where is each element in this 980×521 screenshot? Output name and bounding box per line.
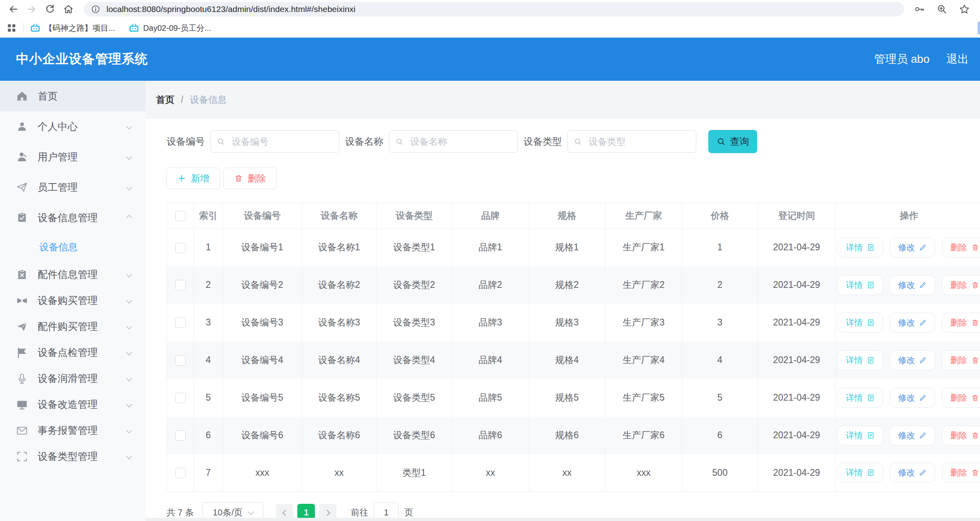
bookmark-label: Day02-09-员工分... — [143, 23, 211, 34]
sidebar-item-device-inspection-mgmt[interactable]: 设备点检管理 — [0, 339, 146, 365]
cell-maker: 生产厂家3 — [605, 304, 682, 341]
sidebar-item-device-info-mgmt[interactable]: 设备信息管理 — [0, 202, 146, 233]
sidebar-item-personal-center[interactable]: 个人中心 — [0, 111, 146, 142]
sidebar-item-home[interactable]: 首页 — [0, 81, 146, 111]
back-icon[interactable] — [6, 2, 21, 17]
row-checkbox[interactable] — [175, 468, 186, 478]
home-icon[interactable] — [61, 2, 76, 17]
delete-row-button[interactable]: 删除 — [942, 463, 980, 483]
cell-device-code: 设备编号4 — [223, 341, 302, 379]
filter-input[interactable] — [389, 130, 518, 153]
plus-icon — [177, 174, 186, 183]
cell-actions: 详情 修改 删除 — [836, 341, 980, 379]
delete-row-button[interactable]: 删除 — [942, 425, 980, 445]
table-row: 1 设备编号1 设备名称1 设备类型1 品牌1 规格1 生产厂家1 1 2021… — [167, 229, 980, 266]
chevron-down-icon — [126, 123, 132, 130]
detail-button[interactable]: 详情 — [838, 463, 883, 483]
sidebar-item-device-lubrication-mgmt[interactable]: 设备润滑管理 — [0, 365, 146, 391]
edit-button[interactable]: 修改 — [890, 275, 935, 295]
edit-button-label: 修改 — [898, 317, 915, 328]
edit-button[interactable]: 修改 — [890, 463, 935, 483]
cell-maker: xxx — [605, 454, 682, 492]
filter-input[interactable] — [210, 130, 339, 153]
row-checkbox[interactable] — [175, 430, 186, 441]
bookmark-item[interactable]: 【码神之路】项目... — [30, 23, 115, 34]
detail-button[interactable]: 详情 — [838, 238, 883, 258]
reload-icon[interactable] — [42, 2, 58, 17]
chevron-down-icon — [248, 509, 255, 515]
detail-button[interactable]: 详情 — [838, 313, 883, 333]
select-all-checkbox[interactable] — [175, 211, 186, 221]
sidebar-item-user-mgmt[interactable]: 用户管理 — [0, 142, 146, 172]
cell-device-type: 设备类型5 — [377, 379, 452, 417]
edit-button[interactable]: 修改 — [890, 238, 935, 258]
sidebar-item-alarm-mgmt[interactable]: 事务报警管理 — [0, 417, 146, 443]
users-icon — [16, 151, 28, 163]
cell-device-type: 设备类型2 — [377, 266, 452, 304]
trash-icon — [971, 281, 979, 289]
sidebar-item-staff-mgmt[interactable]: 员工管理 — [0, 172, 146, 202]
sidebar-item-device-modification-mgmt[interactable]: 设备改造管理 — [0, 391, 146, 417]
delete-row-button[interactable]: 删除 — [942, 388, 980, 408]
edit-button[interactable]: 修改 — [890, 313, 935, 333]
sidebar: 首页 个人中心 用户管理 员工管理 设备信息管理 — [0, 81, 146, 521]
cell-price: 500 — [682, 454, 758, 492]
bookmark-item[interactable]: Day02-09-员工分... — [129, 23, 211, 34]
column-header: 规格 — [529, 203, 605, 229]
sidebar-item-label: 员工管理 — [38, 181, 78, 194]
delete-row-button[interactable]: 删除 — [942, 238, 980, 258]
sidebar-item-label: 用户管理 — [38, 150, 78, 164]
edit-button[interactable]: 修改 — [890, 350, 935, 370]
chevron-down-icon — [126, 453, 132, 460]
edit-button[interactable]: 修改 — [890, 425, 935, 445]
toolbar-right-icons — [912, 2, 974, 17]
cell-maker: 生产厂家1 — [605, 229, 682, 266]
url-text[interactable]: localhost:8080/springbootu6123/admin/dis… — [106, 4, 355, 14]
row-checkbox[interactable] — [175, 393, 186, 403]
delete-row-button[interactable]: 删除 — [942, 350, 980, 370]
detail-button[interactable]: 详情 — [838, 425, 883, 445]
row-checkbox[interactable] — [175, 317, 186, 328]
cell-index: 2 — [194, 266, 223, 304]
detail-button[interactable]: 详情 — [838, 350, 883, 370]
cell-date: 2021-04-29 — [758, 229, 836, 266]
url-bar[interactable]: localhost:8080/springbootu6123/admin/dis… — [84, 2, 904, 16]
main-content: 首页 / 设备信息 设备编号 — [146, 81, 980, 521]
page-bottom-strip — [146, 518, 980, 521]
bookmarks-bar: 【码神之路】项目... Day02-09-员工分... — [0, 18, 980, 38]
row-checkbox[interactable] — [175, 280, 186, 290]
delete-row-button[interactable]: 删除 — [942, 275, 980, 295]
detail-button-label: 详情 — [846, 392, 863, 403]
sidebar-item-device-purchase-mgmt[interactable]: 设备购买管理 — [0, 287, 146, 313]
edit-button[interactable]: 修改 — [890, 388, 935, 408]
logout-link[interactable]: 退出 — [946, 52, 969, 67]
detail-button[interactable]: 详情 — [838, 388, 883, 408]
apps-grid-icon[interactable] — [6, 23, 17, 33]
password-key-icon[interactable] — [912, 2, 927, 17]
delete-row-button[interactable]: 删除 — [942, 313, 980, 333]
zoom-icon[interactable] — [934, 2, 950, 17]
header-right: 管理员 abo 退出 — [874, 52, 969, 67]
delete-button[interactable]: 删除 — [223, 168, 277, 189]
detail-button-label: 详情 — [846, 279, 863, 291]
detail-button[interactable]: 详情 — [838, 275, 883, 295]
add-button[interactable]: 新增 — [166, 168, 220, 189]
chevron-up-icon — [126, 214, 132, 221]
row-checkbox[interactable] — [175, 355, 186, 365]
forward-icon[interactable] — [24, 2, 39, 17]
sidebar-item-label: 事务报警管理 — [38, 424, 98, 437]
cell-device-name: 设备名称4 — [302, 341, 377, 379]
cell-actions: 详情 修改 删除 — [836, 304, 980, 341]
sidebar-item-parts-purchase-mgmt[interactable]: 配件购买管理 — [0, 313, 146, 339]
filter-input[interactable] — [567, 130, 696, 153]
query-button[interactable]: 查询 — [708, 130, 757, 153]
search-icon — [395, 137, 404, 146]
site-info-icon[interactable] — [90, 4, 101, 14]
row-checkbox[interactable] — [175, 243, 186, 253]
sidebar-item-parts-info-mgmt[interactable]: 配件信息管理 — [0, 261, 146, 287]
search-icon — [573, 137, 582, 146]
bookmark-star-icon[interactable] — [957, 2, 972, 17]
sidebar-submenu-device-info[interactable]: 设备信息 — [0, 233, 146, 261]
sidebar-item-device-type-mgmt[interactable]: 设备类型管理 — [0, 443, 146, 469]
breadcrumb-home[interactable]: 首页 — [156, 94, 174, 106]
